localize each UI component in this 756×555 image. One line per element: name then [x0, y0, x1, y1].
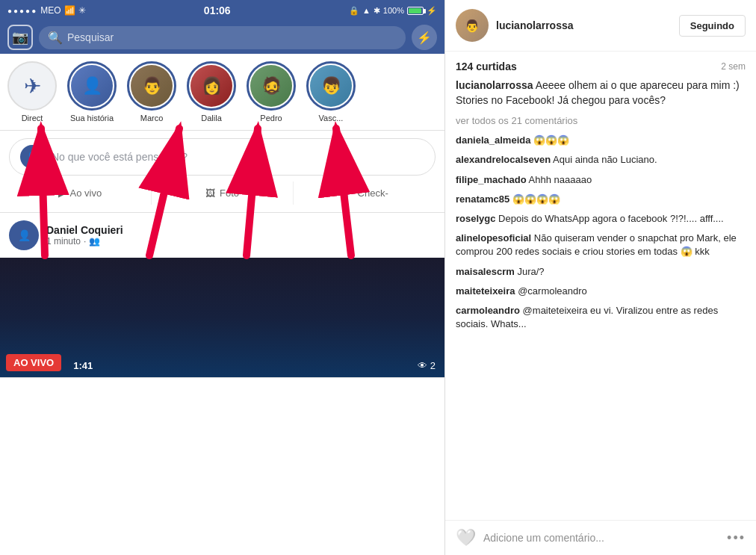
marco-avatar: 👨: [131, 65, 173, 107]
caption-username[interactable]: lucianolarrossa: [456, 79, 533, 91]
instagram-footer: 🤍 Adicione um comentário... •••: [445, 520, 756, 555]
location-icon: ▲: [362, 6, 371, 15]
stories-row: ✈ Direct 👤 Sua história 👨 Marco: [0, 54, 444, 131]
live-viewers-count: 👁 2: [418, 360, 436, 371]
comment-7: maisalescrm Jura/?: [456, 265, 746, 279]
story-direct[interactable]: ✈ Direct: [6, 61, 58, 123]
messenger-button[interactable]: ⚡: [412, 25, 437, 50]
status-right: 🔒 ▲ ✱ 100% ⚡: [349, 6, 437, 16]
follow-button[interactable]: Seguindo: [679, 15, 746, 37]
camera-icon: 📷: [12, 29, 28, 46]
story-dalila[interactable]: 👩 Dalila: [185, 61, 238, 123]
sua-historia-photo: 👤: [82, 76, 102, 96]
pedro-ring: 🧔: [247, 61, 296, 111]
marco-photo: 👨: [142, 76, 162, 96]
facebook-navbar: 📷 🔍 Pesquisar ⚡: [0, 21, 444, 54]
options-dots[interactable]: •••: [727, 530, 746, 546]
checkin-icon: 📍: [341, 187, 353, 199]
instagram-username: lucianolarrossa: [496, 19, 672, 31]
live-post-info: Daniel Coquieri 1 minuto · 👥: [46, 224, 436, 247]
dalila-ring: 👩: [187, 61, 236, 111]
live-post-card: 👤 Daniel Coquieri 1 minuto · 👥 AO VIVO 1…: [0, 213, 444, 378]
comment-input[interactable]: Adicione um comentário...: [483, 532, 719, 544]
photo-button[interactable]: 🖼 Foto: [152, 182, 294, 205]
comment-1: daniela_almeida 😱😱😱: [456, 134, 746, 147]
pedro-label: Pedro: [260, 114, 282, 123]
comment-4: renatamc85 😱😱😱😱: [456, 193, 746, 206]
status-time: 01:06: [204, 4, 231, 16]
commenter-3-name[interactable]: filipe_machado: [456, 174, 527, 185]
camera-button[interactable]: 📷: [7, 25, 33, 50]
avatar-photo: 👨: [465, 19, 480, 33]
likes-row: 124 curtidas 2 sem: [456, 61, 746, 72]
story-vasco[interactable]: 👦 Vasc...: [305, 61, 357, 123]
live-thumbnail[interactable]: AO VIVO 1:41 👁 2: [0, 258, 444, 377]
signal-dots: ●●●●●: [7, 7, 37, 15]
lock-icon: 🔒: [349, 6, 359, 16]
search-icon: 🔍: [48, 31, 63, 45]
user-avatar: 👤: [20, 145, 44, 169]
view-comments-link[interactable]: ver todos os 21 comentários: [456, 115, 746, 126]
search-bar[interactable]: 🔍 Pesquisar: [39, 26, 406, 49]
dalila-photo: 👩: [202, 76, 222, 96]
pedro-photo: 🧔: [261, 76, 282, 96]
story-sua-historia[interactable]: 👤 Sua história: [66, 61, 118, 123]
commenter-1-name[interactable]: daniela_almeida: [456, 134, 530, 146]
commenter-5-name[interactable]: roselygc: [456, 213, 495, 224]
instagram-content[interactable]: 124 curtidas 2 sem lucianolarrossa Aeeee…: [445, 52, 756, 520]
live-duration: 1:41: [73, 360, 93, 371]
marco-label: Marco: [140, 114, 164, 123]
photo-label: Foto: [220, 187, 239, 199]
live-poster-name: Daniel Coquieri: [46, 224, 436, 236]
dalila-label: Dalila: [201, 114, 222, 123]
sua-historia-ring: 👤: [67, 61, 117, 111]
live-post-header: 👤 Daniel Coquieri 1 minuto · 👥: [0, 213, 444, 258]
live-icon: ▶: [58, 187, 66, 199]
live-post-time: 1 minuto: [46, 236, 81, 247]
live-poster-avatar: 👤: [9, 220, 39, 250]
live-post-audience-icon: 👥: [89, 236, 100, 247]
commenter-9-name[interactable]: carmoleandro: [456, 305, 520, 316]
commenter-4-name[interactable]: renatamc85: [456, 193, 509, 205]
live-label: Ao vivo: [70, 187, 102, 199]
vasco-label: Vasc...: [319, 114, 344, 123]
live-post-meta: 1 minuto · 👥: [46, 236, 436, 247]
battery-icon: [407, 7, 424, 15]
comment-6: alinelopesoficial Não quiseram vender o …: [456, 232, 746, 258]
post-actions-row: ▶ Ao vivo 🖼 Foto 📍 Check-: [9, 182, 436, 205]
commenter-2-name[interactable]: alexandrelocalseven: [456, 154, 551, 165]
wifi-icon: 📶: [64, 5, 75, 16]
comment-9: carmoleandro @maiteteixeira eu vi. Viral…: [456, 304, 746, 331]
checkin-button[interactable]: 📍 Check-: [294, 182, 436, 205]
post-caption: lucianolarrossa Aeeee olhem ai o que apa…: [456, 78, 746, 108]
status-bar: ●●●●● MEO 📶 ✳ 01:06 🔒 ▲ ✱ 100% ⚡: [0, 0, 444, 21]
instagram-panel: 👨 lucianolarrossa Seguindo 124 curtidas …: [444, 0, 756, 555]
comment-3: filipe_machado Ahhh naaaaao: [456, 173, 746, 187]
battery-percent: 100%: [383, 6, 404, 15]
likes-count: 124 curtidas: [456, 61, 517, 72]
dalila-avatar: 👩: [190, 65, 232, 107]
status-left: ●●●●● MEO 📶 ✳: [7, 5, 86, 16]
sua-historia-label: Sua história: [70, 114, 114, 123]
carrier-name: MEO: [40, 5, 61, 16]
facebook-mobile-panel: ●●●●● MEO 📶 ✳ 01:06 🔒 ▲ ✱ 100% ⚡ 📷 🔍 Pes…: [0, 0, 444, 555]
post-prompt-text: No que você está pensando?: [52, 151, 188, 163]
story-pedro[interactable]: 🧔 Pedro: [245, 61, 297, 123]
pedro-avatar: 🧔: [250, 65, 292, 107]
eye-icon: 👁: [418, 360, 427, 371]
live-post-separator: ·: [84, 236, 86, 247]
checkin-label: Check-: [358, 187, 388, 199]
commenter-7-name[interactable]: maisalescrm: [456, 266, 515, 277]
commenter-6-name[interactable]: alinelopesoficial: [456, 232, 531, 244]
charge-icon: ⚡: [427, 6, 437, 16]
search-placeholder: Pesquisar: [67, 31, 114, 43]
heart-icon[interactable]: 🤍: [456, 528, 476, 548]
commenter-8-name[interactable]: maiteteixeira: [456, 285, 515, 297]
story-marco[interactable]: 👨 Marco: [126, 61, 178, 123]
direct-avatar: ✈: [7, 61, 57, 111]
bluetooth-icon: ✱: [374, 6, 380, 16]
post-prompt[interactable]: 👤 No que você está pensando?: [9, 138, 436, 176]
sua-historia-avatar: 👤: [71, 65, 113, 107]
live-video-button[interactable]: ▶ Ao vivo: [9, 182, 152, 205]
vasco-ring: 👦: [306, 61, 356, 111]
